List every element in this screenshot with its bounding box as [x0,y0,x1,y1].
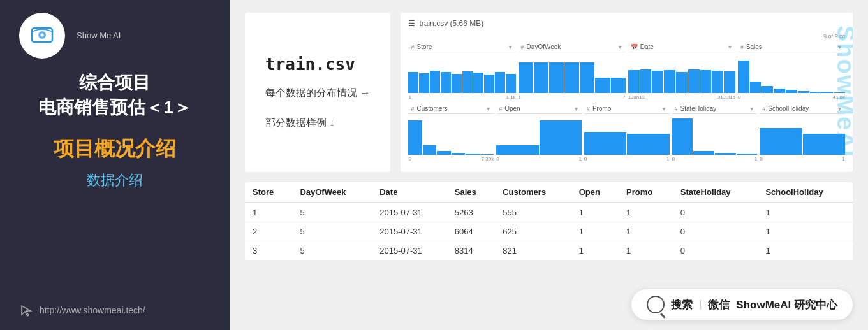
file-card: train.csv 每个数据的分布情况 → 部分数据样例 ↓ [245,13,390,172]
open-chart [496,117,582,155]
cell-2-7: 0 [673,241,758,261]
logo-area: Show Me AI [19,13,210,59]
chart-col-date: 📅 Date ▼ [628,42,735,100]
brand-name: ShowMeAI 研究中心 [736,298,837,312]
chart-col-open: # Open ▼ 0 1 [496,104,582,162]
stateholiday-chart [672,117,758,155]
chart-header-title: train.csv (5.66 MB) [419,19,483,28]
cell-1-0: 2 [245,222,292,241]
cell-2-0: 3 [245,241,292,261]
date-chart [628,55,735,93]
search-icon [647,296,665,313]
cell-0-1: 5 [292,203,372,222]
file-name: train.csv [265,55,370,74]
chart-col-promo: # Promo ▼ 0 1 [584,104,670,162]
sub-section: 数据介绍 [19,171,210,190]
cell-1-3: 6064 [447,222,495,241]
bottom-overlay: 搜索 | 微信 ShowMeAI 研究中心 [631,289,853,320]
cell-1-2: 2015-07-31 [372,222,447,241]
cell-0-3: 5263 [447,203,495,222]
file-desc2: 部分数据样例 ↓ [265,117,370,130]
schoolholiday-chart [760,117,845,155]
promo-chart [584,117,670,155]
sales-chart [738,55,845,93]
col-header-promo: Promo [619,182,673,203]
cell-0-0: 1 [245,203,292,222]
cell-0-7: 0 [673,203,758,222]
cursor-icon [19,303,33,317]
logo-text: Show Me AI [77,30,121,41]
cell-2-3: 8314 [447,241,495,261]
file-desc1: 每个数据的分布情况 → [265,87,370,100]
cell-2-5: 1 [571,241,619,261]
chart-row-2: # Customers ▼ 0 7.39k [408,104,845,162]
chart-col-sales: # Sales ▼ [738,42,845,100]
col-header-date: Date [372,182,447,203]
footer-url: http://www.showmeai.tech/ [40,305,145,315]
cell-0-4: 555 [495,203,571,222]
chart-col-store: # Store ▼ [408,42,515,100]
cell-1-5: 1 [571,222,619,241]
cell-2-6: 1 [619,241,673,261]
search-label: 搜索 [671,298,693,312]
chart-header: ☰ train.csv (5.66 MB) [408,19,845,28]
chart-col-dayofweek: # DayOfWeek ▼ 1 7 [519,42,626,100]
main-title-line1: 综合项目 [19,70,210,95]
cell-2-2: 2015-07-31 [372,241,447,261]
col-header-customers: Customers [495,182,571,203]
cell-2-8: 1 [758,241,853,261]
customers-chart [408,117,494,155]
cell-2-4: 821 [495,241,571,261]
logo-label: Show Me AI [77,31,121,40]
main-title-line2: 电商销售预估＜1＞ [19,95,210,120]
chart-panel: ShowMeAI ☰ train.csv (5.66 MB) 9 of 9 cc… [401,13,853,172]
chart-page-info: 9 of 9 cc [408,33,845,39]
data-table-wrapper: Store DayOfWeek Date Sales Customers Ope… [245,182,853,261]
dayofweek-chart [519,55,626,93]
sidebar: Show Me AI 综合项目 电商销售预估＜1＞ 项目概况介绍 数据介绍 ht… [0,0,230,330]
cell-0-5: 1 [571,203,619,222]
cell-0-8: 1 [758,203,853,222]
table-header-row: Store DayOfWeek Date Sales Customers Ope… [245,182,853,203]
title-section: 综合项目 电商销售预估＜1＞ [19,70,210,120]
cell-1-8: 1 [758,222,853,241]
svg-point-2 [41,34,44,37]
col-header-dayofweek: DayOfWeek [292,182,372,203]
cell-1-7: 0 [673,222,758,241]
cell-1-1: 5 [292,222,372,241]
footer-link[interactable]: http://www.showmeai.tech/ [19,303,210,317]
chart-header-icon: ☰ [408,19,415,28]
col-header-sales: Sales [447,182,495,203]
col-header-open: Open [571,182,619,203]
table-row: 352015-07-3183148211101 [245,241,853,261]
main-content: train.csv 每个数据的分布情况 → 部分数据样例 ↓ ShowMeAI … [230,0,868,330]
table-row: 152015-07-3152635551101 [245,203,853,222]
chart-col-customers: # Customers ▼ 0 7.39k [408,104,494,162]
cell-0-6: 1 [619,203,673,222]
cell-0-2: 2015-07-31 [372,203,447,222]
table-row: 252015-07-3160646251101 [245,222,853,241]
col-header-schoolholiday: SchoolHoliday [758,182,853,203]
wechat-label: 微信 [708,298,730,312]
col-header-store: Store [245,182,292,203]
chart-col-schoolholiday: # SchoolHoliday ▼ 0 1 [760,104,845,162]
top-row: train.csv 每个数据的分布情况 → 部分数据样例 ↓ ShowMeAI … [245,13,853,172]
section-title: 项目概况介绍 [19,135,210,163]
logo-icon [28,22,56,50]
overlay-divider: | [699,298,702,311]
cell-1-6: 1 [619,222,673,241]
store-chart [408,55,515,93]
col-header-stateholiday: StateHoliday [673,182,758,203]
cell-1-4: 625 [495,222,571,241]
data-table: Store DayOfWeek Date Sales Customers Ope… [245,182,853,261]
cell-2-1: 5 [292,241,372,261]
chart-col-stateholiday: # StateHoliday ▼ 0 1 [672,104,758,162]
chart-row-1: # Store ▼ [408,42,845,100]
logo-circle [19,13,65,59]
